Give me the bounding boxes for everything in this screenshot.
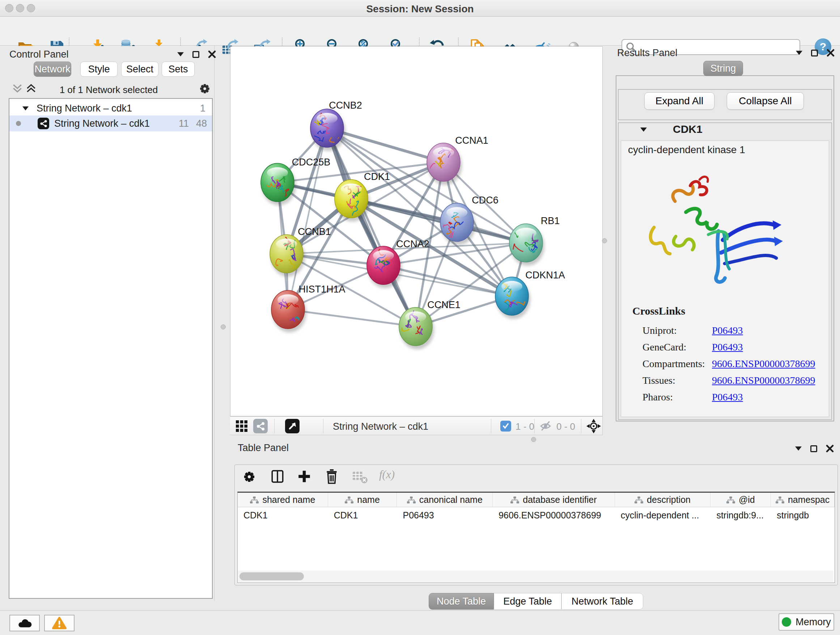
table-cell[interactable]: CDK1 [238,507,328,523]
node-label-CDK1: CDK1 [364,171,390,182]
table-cell[interactable]: cyclin-dependent ... [615,507,711,523]
column-header-label: shared name [262,494,315,505]
collapse-all-button[interactable]: Collapse All [727,92,804,110]
column-header-name[interactable]: name [328,493,397,507]
crosslink-label: Pharos: [643,391,712,403]
crosslink-row: Pharos:P06493 [643,389,831,405]
column-type-icon [726,496,735,504]
crosslink-value-link[interactable]: P06493 [712,325,743,336]
network-selection-status: 1 of 1 Network selected [3,84,215,96]
column-header-shared-name[interactable]: shared name [238,493,328,507]
column-type-icon [250,496,259,504]
crosslink-row: Tissues:9606.ENSP00000378699 [643,372,831,389]
crosslink-value-link[interactable]: 9606.ENSP00000378699 [712,375,815,386]
table-horizontal-scrollbar[interactable] [238,570,834,582]
splitter-handle[interactable] [602,238,607,243]
table-cell[interactable]: P06493 [397,507,493,523]
node-label-CDKN1A: CDKN1A [525,270,565,280]
table-cell[interactable]: CDK1 [328,507,397,523]
delete-column-icon[interactable] [324,468,339,485]
tab-select[interactable]: Select [121,62,158,77]
column-header-label: name [357,494,380,505]
cloud-status-button[interactable] [9,615,40,631]
panel-float-icon[interactable] [810,445,817,452]
tab-network[interactable]: Network [34,62,71,77]
string-badge-icon[interactable] [253,419,268,433]
show-columns-icon[interactable] [270,469,285,484]
column-header-label: namespac [788,494,829,505]
network-node-count: 11 [179,118,189,129]
node-label-CDC6: CDC6 [472,195,499,206]
tab-network-table[interactable]: Network Table [561,593,643,610]
node-label-CCNA2: CCNA2 [396,239,429,249]
network-collection-row[interactable]: String Network – cdk1 1 [9,101,212,116]
bottom-status-bar [0,610,840,635]
crosslinks-list: Uniprot:P06493GeneCard:P06493Compartment… [643,322,831,405]
collection-expand-icon[interactable] [22,106,28,111]
table-row[interactable]: CDK1CDK1P064939606.ENSP00000378699cyclin… [238,507,835,523]
crosshair-icon[interactable] [586,418,602,434]
memory-button[interactable]: Memory [778,613,834,631]
table-cell[interactable]: stringdb [771,507,835,523]
column-type-icon [635,496,643,504]
splitter-handle[interactable] [531,437,536,442]
crosslink-value-link[interactable]: P06493 [712,341,743,353]
column-header--id[interactable]: @id [711,493,771,507]
expand-all-button[interactable]: Expand All [644,92,714,110]
node-label-CCNE1: CCNE1 [427,299,461,310]
table-scrollbar-thumb[interactable] [240,572,304,580]
panel-close-icon[interactable] [826,445,834,453]
panel-close-icon[interactable] [827,49,835,57]
network-canvas[interactable]: CCNB2CCNA1CDC25BCDK1CDC6RB1CCNB1CCNA2CDK… [230,46,603,416]
tab-string-results[interactable]: String [703,61,743,76]
node-label-CDC25B: CDC25B [292,157,331,168]
string-network-icon [38,118,49,129]
node-label-RB1: RB1 [541,215,560,226]
title-bar: Session: New Session [0,0,840,17]
results-panel-title: Results Panel [617,48,677,59]
statusbar-divider [491,419,491,433]
column-header-namespac[interactable]: namespac [771,493,835,507]
tab-sets[interactable]: Sets [162,62,195,77]
panel-menu-icon[interactable] [177,52,184,57]
column-header-database-identifier[interactable]: database identifier [493,493,615,507]
tab-style[interactable]: Style [80,62,118,77]
panel-float-icon[interactable] [811,50,818,57]
table-options-gear-icon[interactable] [242,470,256,484]
tab-node-table[interactable]: Node Table [429,593,494,610]
panel-menu-icon[interactable] [796,51,802,55]
panel-close-icon[interactable] [208,50,216,58]
table-cell[interactable]: stringdb:9... [711,507,771,523]
column-header-label: database identifier [523,494,597,505]
node-label-HIST1H1A: HIST1H1A [298,284,345,295]
crosslink-label: GeneCard: [643,341,712,353]
control-panel-title: Control Panel [9,49,69,60]
splitter-handle[interactable] [221,325,226,329]
panel-menu-icon[interactable] [795,447,802,451]
tab-edge-table[interactable]: Edge Table [494,593,561,610]
crosslink-value-link[interactable]: P06493 [712,391,743,403]
table-header-row: shared namenamecanonical namedatabase id… [238,493,835,507]
crosslink-value-link[interactable]: 9606.ENSP00000378699 [712,358,815,370]
gene-collapse-icon[interactable] [640,127,647,132]
network-options-gear-icon[interactable] [198,82,211,95]
node-label-CCNB2: CCNB2 [329,100,362,111]
selected-checkbox-icon[interactable] [500,421,511,432]
grid-view-icon[interactable] [236,420,248,432]
table-panel-title: Table Panel [238,442,289,454]
function-builder-icon-disabled: f(x) [379,468,395,481]
column-header-description[interactable]: description [615,493,711,507]
selected-count: 1 - 0 [515,421,534,432]
table-cell[interactable]: 9606.ENSP00000378699 [493,507,615,523]
warnings-button[interactable] [44,615,74,631]
collection-count: 1 [200,103,205,114]
birds-eye-view-icon[interactable] [285,419,300,433]
panel-float-icon[interactable] [193,51,199,58]
collection-label: String Network – cdk1 [36,103,132,114]
protein-structure-image [632,169,784,289]
hidden-eye-icon[interactable] [540,421,551,432]
add-column-icon[interactable] [297,469,312,484]
crosslink-label: Uniprot: [643,325,712,336]
network-row-selected[interactable]: String Network – cdk1 11 48 [9,116,212,131]
column-header-canonical-name[interactable]: canonical name [397,493,493,507]
